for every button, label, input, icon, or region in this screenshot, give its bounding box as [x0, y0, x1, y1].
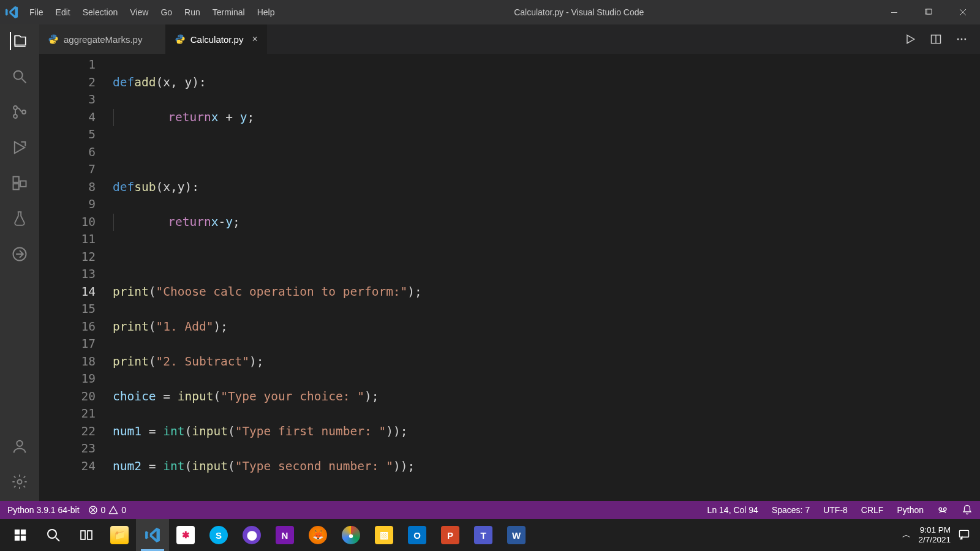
eol[interactable]: CRLF — [861, 505, 884, 515]
svg-rect-27 — [21, 530, 26, 534]
outlook-icon[interactable]: O — [401, 519, 434, 551]
code-editor[interactable]: 123456789101112131415161718192021222324 … — [39, 54, 980, 501]
tray-chevron-icon[interactable]: ︿ — [902, 530, 911, 541]
menu-terminal[interactable]: Terminal — [206, 0, 251, 24]
encoding[interactable]: UTF-8 — [823, 505, 848, 515]
onenote-icon[interactable]: N — [268, 519, 301, 551]
svg-point-14 — [18, 480, 22, 484]
tab-calculator[interactable]: Calculator.py × — [166, 24, 267, 54]
svg-rect-32 — [81, 531, 85, 539]
taskbar-search-icon[interactable] — [37, 519, 70, 551]
action-center-icon[interactable] — [958, 528, 970, 542]
svg-point-13 — [17, 441, 22, 446]
skype-icon[interactable]: S — [202, 519, 235, 551]
svg-line-4 — [22, 79, 26, 83]
main-area: aggregateMarks.py × Calculator.py × 1234… — [0, 24, 980, 501]
task-view-icon[interactable] — [70, 519, 103, 551]
slack-icon[interactable]: ✱ — [169, 519, 202, 551]
svg-marker-8 — [15, 142, 24, 154]
menu-run[interactable]: Run — [178, 0, 206, 24]
explorer-icon[interactable] — [10, 32, 28, 50]
vscode-logo-icon — [0, 6, 23, 19]
activity-bar — [0, 24, 39, 501]
svg-rect-11 — [20, 181, 26, 187]
windows-taskbar: 📁 ✱ S ⬤ N 🦊 ● ▧ O P T W ︿ 9:01 PM 2/7/20… — [0, 519, 980, 551]
svg-rect-10 — [13, 184, 19, 189]
problems-errors[interactable]: 0 0 — [88, 505, 127, 515]
editor-tabs: aggregateMarks.py × Calculator.py × — [39, 24, 980, 54]
svg-rect-0 — [891, 12, 897, 13]
close-button[interactable] — [946, 0, 980, 24]
svg-point-19 — [961, 39, 963, 40]
feedback-icon[interactable] — [937, 504, 948, 515]
svg-point-5 — [13, 106, 17, 110]
more-actions-icon[interactable] — [956, 33, 968, 45]
split-editor-icon[interactable] — [930, 33, 942, 45]
window-controls — [877, 0, 980, 24]
powerpoint-icon[interactable]: P — [434, 519, 467, 551]
chrome-icon[interactable]: ● — [334, 519, 368, 551]
tab-aggregatemarks[interactable]: aggregateMarks.py × — [39, 24, 166, 54]
vscode-taskbar-icon[interactable] — [136, 519, 169, 551]
code-content[interactable]: def add(x, y): return x + y; def sub(x,y… — [113, 54, 969, 501]
sticky-notes-icon[interactable]: ▧ — [368, 519, 401, 551]
svg-point-18 — [957, 39, 959, 40]
svg-rect-2 — [927, 9, 932, 14]
teams-icon[interactable]: T — [467, 519, 500, 551]
menu-edit[interactable]: Edit — [50, 0, 77, 24]
status-bar: Python 3.9.1 64-bit 0 0 Ln 14, Col 94 Sp… — [0, 501, 980, 519]
extensions-icon[interactable] — [10, 174, 29, 192]
svg-point-25 — [944, 508, 947, 511]
menu-selection[interactable]: Selection — [77, 0, 124, 24]
svg-rect-9 — [13, 177, 19, 182]
settings-gear-icon[interactable] — [10, 473, 29, 491]
svg-rect-34 — [960, 530, 969, 537]
tab-label: Calculator.py — [190, 34, 244, 45]
run-icon[interactable] — [904, 33, 916, 45]
language-mode[interactable]: Python — [897, 505, 924, 515]
svg-marker-15 — [907, 35, 914, 43]
liveshare-icon[interactable] — [10, 245, 29, 263]
word-icon[interactable]: W — [500, 519, 533, 551]
svg-rect-33 — [88, 531, 92, 539]
scm-icon[interactable] — [10, 103, 29, 121]
title-bar: File Edit Selection View Go Run Terminal… — [0, 0, 980, 24]
file-explorer-icon[interactable]: 📁 — [103, 519, 136, 551]
search-icon[interactable] — [10, 67, 29, 86]
python-interpreter[interactable]: Python 3.9.1 64-bit — [7, 505, 80, 515]
menu-view[interactable]: View — [124, 0, 154, 24]
python-file-icon — [48, 34, 59, 45]
svg-point-3 — [14, 71, 23, 80]
accounts-icon[interactable] — [10, 437, 29, 455]
close-icon[interactable]: × — [252, 34, 257, 45]
firefox-icon[interactable]: 🦊 — [301, 519, 334, 551]
window-title: Calculator.py - Visual Studio Code — [281, 7, 877, 17]
start-button[interactable] — [4, 519, 37, 551]
maximize-button[interactable] — [911, 0, 946, 24]
svg-point-7 — [22, 110, 26, 114]
menu-bar: File Edit Selection View Go Run Terminal… — [23, 0, 281, 24]
minimize-button[interactable] — [877, 0, 911, 24]
svg-point-24 — [939, 508, 942, 511]
menu-file[interactable]: File — [23, 0, 50, 24]
testing-icon[interactable] — [10, 209, 29, 228]
editor-group: aggregateMarks.py × Calculator.py × 1234… — [39, 24, 980, 501]
github-icon[interactable]: ⬤ — [235, 519, 268, 551]
minimap[interactable] — [969, 54, 980, 501]
clock[interactable]: 9:01 PM 2/7/2021 — [918, 525, 951, 545]
notifications-icon[interactable] — [962, 504, 973, 515]
line-number-gutter: 123456789101112131415161718192021222324 — [39, 54, 113, 501]
python-file-icon — [175, 34, 186, 45]
menu-go[interactable]: Go — [154, 0, 178, 24]
svg-point-30 — [48, 530, 56, 538]
debug-icon[interactable] — [10, 138, 29, 157]
cursor-position[interactable]: Ln 14, Col 94 — [707, 505, 758, 515]
svg-point-20 — [964, 39, 966, 40]
indentation[interactable]: Spaces: 7 — [772, 505, 810, 515]
svg-point-6 — [13, 114, 17, 118]
tab-label: aggregateMarks.py — [64, 34, 142, 45]
svg-rect-28 — [15, 536, 20, 541]
svg-rect-29 — [21, 536, 26, 541]
menu-help[interactable]: Help — [251, 0, 281, 24]
editor-actions — [904, 24, 980, 54]
